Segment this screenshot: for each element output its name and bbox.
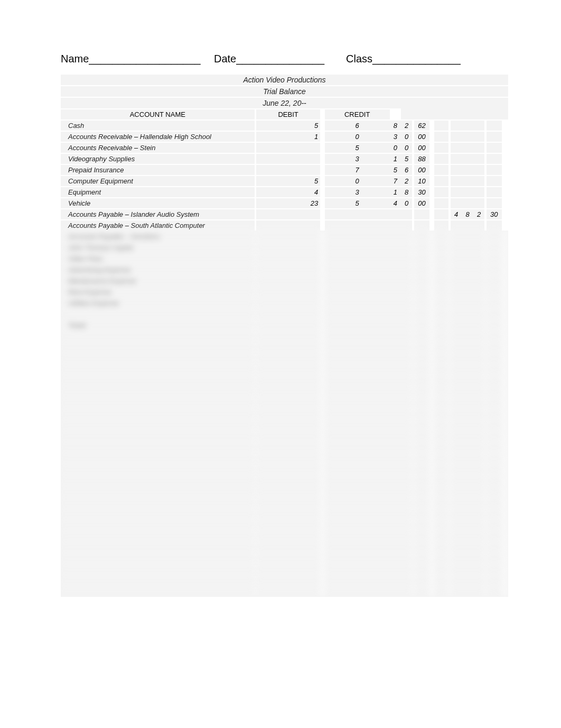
column-separator: [429, 430, 434, 441]
debit-ones: [401, 586, 412, 597]
debit-cents: 00: [414, 164, 429, 175]
account-name-cell: Video Fees: [61, 253, 255, 264]
credit-ones: [473, 475, 484, 486]
debit-tens: [390, 541, 401, 552]
column-separator: [320, 552, 324, 564]
column-separator: [429, 541, 434, 552]
column-separator: [502, 297, 508, 308]
credit-thousands: [434, 408, 449, 419]
credit-tens: [462, 430, 473, 441]
debit-cents: 00: [414, 197, 429, 208]
debit-hundreds: 0: [325, 175, 390, 186]
table-row: [61, 386, 508, 397]
column-separator: [320, 119, 324, 131]
table-row: [61, 353, 508, 364]
credit-tens: [462, 308, 473, 319]
column-separator: [429, 342, 434, 353]
column-separator: [502, 197, 508, 208]
credit-ones: [473, 142, 484, 153]
table-row: Accounts Payable – Smothers: [61, 231, 508, 242]
debit-thousands: [256, 453, 320, 464]
credit-hundreds: [451, 475, 462, 486]
debit-thousands: 4: [256, 186, 320, 197]
credit-tens: [462, 175, 473, 186]
debit-hundreds: [325, 419, 390, 430]
column-separator: [429, 197, 434, 208]
credit-tens: 8: [462, 208, 473, 219]
debit-ones: 6: [401, 164, 412, 175]
debit-thousands: [256, 530, 320, 541]
table-row: Computer Equipment507210: [61, 175, 508, 186]
credit-tens: [462, 508, 473, 519]
debit-hundreds: [325, 330, 390, 342]
debit-ones: [401, 419, 412, 430]
credit-cents: [487, 430, 502, 441]
credit-hundreds: [451, 464, 462, 475]
debit-cents: [414, 552, 429, 564]
name-label: Name___________________: [61, 53, 214, 65]
credit-hundreds: [451, 430, 462, 441]
column-separator: [429, 231, 434, 242]
column-separator: [502, 219, 508, 231]
debit-cents: [414, 364, 429, 375]
column-separator: [429, 208, 434, 219]
debit-thousands: [256, 242, 320, 253]
credit-ones: [473, 330, 484, 342]
trial-balance-table: ACCOUNT NAMEDEBITCREDITCash568262Account…: [61, 108, 508, 597]
credit-cents: [487, 564, 502, 575]
column-separator: [502, 453, 508, 464]
column-separator: [502, 242, 508, 253]
header-credit: CREDIT: [325, 108, 390, 119]
debit-tens: [390, 408, 401, 419]
credit-hundreds: [451, 308, 462, 319]
credit-ones: [473, 253, 484, 264]
debit-ones: 8: [401, 186, 412, 197]
credit-tens: [462, 286, 473, 297]
debit-ones: [401, 464, 412, 475]
credit-ones: [473, 308, 484, 319]
credit-hundreds: [451, 419, 462, 430]
table-row: Prepaid Insurance75600: [61, 164, 508, 175]
credit-thousands: [434, 541, 449, 552]
debit-hundreds: [325, 530, 390, 541]
credit-tens: [462, 153, 473, 164]
debit-cents: 88: [414, 153, 429, 164]
account-name-cell: Maintenance Expense: [61, 275, 255, 286]
debit-tens: [390, 364, 401, 375]
column-separator: [429, 419, 434, 430]
debit-tens: 1: [390, 186, 401, 197]
column-separator: [320, 175, 324, 186]
account-name-cell: [61, 330, 255, 342]
debit-tens: [390, 219, 401, 231]
table-row: Equipment431830: [61, 186, 508, 197]
account-name-cell: John Thomas Capital: [61, 242, 255, 253]
debit-tens: [390, 342, 401, 353]
column-separator: [320, 430, 324, 441]
header-account: ACCOUNT NAME: [61, 108, 255, 119]
credit-thousands: [434, 342, 449, 353]
account-name-cell: [61, 397, 255, 408]
credit-thousands: [434, 386, 449, 397]
debit-tens: [390, 464, 401, 475]
credit-ones: [473, 408, 484, 419]
credit-cents: [487, 297, 502, 308]
column-separator: [502, 486, 508, 497]
column-separator: [502, 430, 508, 441]
table-row: [61, 541, 508, 552]
credit-hundreds: [451, 219, 462, 231]
table-row: [61, 552, 508, 564]
column-separator: [502, 408, 508, 419]
column-separator: [502, 441, 508, 453]
column-separator: [320, 286, 324, 297]
credit-cents: [487, 353, 502, 364]
credit-thousands: [434, 153, 449, 164]
column-separator: [390, 108, 401, 119]
credit-ones: [473, 231, 484, 242]
column-separator: [502, 364, 508, 375]
credit-thousands: [434, 131, 449, 142]
credit-tens: [462, 586, 473, 597]
column-separator: [320, 208, 324, 219]
credit-cents: [487, 464, 502, 475]
column-separator: [320, 386, 324, 397]
column-separator: [502, 131, 508, 142]
